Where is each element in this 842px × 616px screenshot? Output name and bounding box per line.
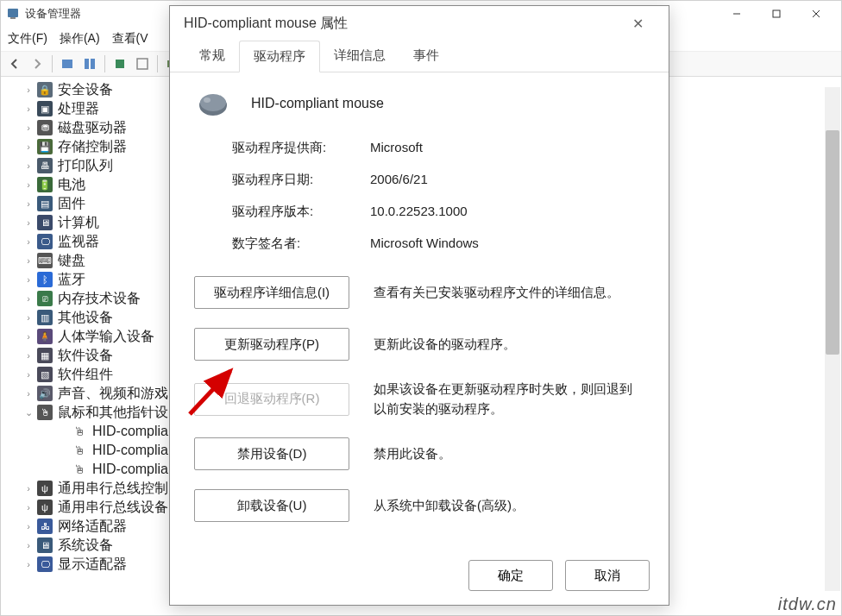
version-label: 驱动程序版本: bbox=[232, 204, 370, 220]
expand-icon[interactable]: › bbox=[23, 483, 34, 493]
category-icon: 🖵 bbox=[37, 234, 53, 249]
tree-item-label: 鼠标和其他指针设 bbox=[58, 404, 168, 422]
category-icon: ᛒ bbox=[37, 272, 53, 287]
app-icon bbox=[6, 7, 20, 21]
back-button[interactable] bbox=[4, 53, 25, 74]
maximize-button[interactable] bbox=[757, 1, 796, 27]
driver-details-button[interactable]: 驱动程序详细信息(I) bbox=[194, 276, 349, 309]
expand-icon[interactable]: › bbox=[23, 123, 34, 133]
expand-icon[interactable]: › bbox=[23, 160, 34, 171]
cancel-button[interactable]: 取消 bbox=[565, 560, 650, 591]
expand-icon[interactable]: › bbox=[23, 331, 34, 342]
expand-icon[interactable]: › bbox=[23, 312, 34, 323]
expand-icon[interactable]: › bbox=[23, 521, 34, 531]
expand-icon[interactable]: › bbox=[23, 198, 34, 209]
category-icon: ⛃ bbox=[37, 120, 53, 135]
category-icon: 🧍 bbox=[37, 329, 53, 344]
category-icon: 🖶 bbox=[37, 158, 53, 173]
expand-icon[interactable]: › bbox=[23, 559, 34, 569]
expand-icon[interactable]: › bbox=[23, 179, 34, 190]
svg-point-16 bbox=[204, 97, 210, 103]
dialog-title: HID-compliant mouse 属性 bbox=[184, 15, 620, 33]
expand-icon[interactable]: › bbox=[23, 369, 34, 380]
tree-item-label: 系统设备 bbox=[58, 537, 113, 555]
tree-item-label: HID-complian bbox=[92, 462, 176, 477]
expand-icon[interactable]: › bbox=[23, 350, 34, 361]
expand-icon[interactable]: ⌄ bbox=[23, 407, 34, 418]
tree-item-label: HID-complian bbox=[92, 443, 176, 458]
disable-device-desc: 禁用此设备。 bbox=[374, 444, 644, 464]
toolbar-icon-3[interactable] bbox=[110, 53, 130, 74]
tree-item-label: 显示适配器 bbox=[58, 556, 127, 574]
menu-file[interactable]: 文件(F) bbox=[8, 31, 47, 47]
category-icon: 🖱 bbox=[37, 405, 53, 420]
svg-rect-8 bbox=[91, 59, 95, 69]
dialog-titlebar: HID-compliant mouse 属性 ✕ bbox=[170, 6, 669, 41]
update-driver-desc: 更新此设备的驱动程序。 bbox=[374, 335, 644, 355]
tab-general[interactable]: 常规 bbox=[185, 41, 239, 72]
tree-item-label: 处理器 bbox=[58, 100, 99, 118]
mouse-icon bbox=[194, 88, 232, 119]
uninstall-device-button[interactable]: 卸载设备(U) bbox=[194, 489, 349, 522]
rollback-driver-desc: 如果该设备在更新驱动程序时失败，则回退到以前安装的驱动程序。 bbox=[374, 380, 644, 418]
forward-button[interactable] bbox=[27, 53, 47, 74]
date-label: 驱动程序日期: bbox=[232, 172, 370, 188]
update-driver-button[interactable]: 更新驱动程序(P) bbox=[194, 328, 349, 361]
expand-icon[interactable]: › bbox=[23, 141, 34, 152]
tree-item-label: 软件组件 bbox=[58, 366, 113, 384]
category-icon: ▥ bbox=[37, 310, 53, 325]
driver-details-desc: 查看有关已安装驱动程序文件的详细信息。 bbox=[374, 283, 644, 303]
expand-icon[interactable]: › bbox=[23, 540, 34, 550]
provider-value: Microsoft bbox=[370, 140, 644, 156]
tab-driver[interactable]: 驱动程序 bbox=[239, 41, 320, 72]
svg-rect-1 bbox=[10, 17, 16, 19]
category-icon: ▦ bbox=[37, 348, 53, 363]
expand-icon[interactable]: › bbox=[23, 255, 34, 266]
tree-item-label: 蓝牙 bbox=[58, 271, 85, 289]
toolbar-icon-4[interactable] bbox=[132, 53, 153, 74]
version-value: 10.0.22523.1000 bbox=[370, 204, 644, 220]
properties-dialog: HID-compliant mouse 属性 ✕ 常规 驱动程序 详细信息 事件… bbox=[169, 5, 669, 606]
svg-point-15 bbox=[200, 94, 226, 111]
toolbar-icon-2[interactable] bbox=[79, 53, 100, 74]
category-icon: 🔒 bbox=[37, 82, 53, 97]
category-icon: 🔋 bbox=[37, 177, 53, 192]
category-icon: ψ bbox=[37, 481, 53, 496]
menu-view[interactable]: 查看(V bbox=[112, 31, 148, 47]
category-icon: 🔊 bbox=[37, 386, 53, 401]
scrollbar-thumb[interactable] bbox=[826, 130, 839, 355]
uninstall-device-desc: 从系统中卸载设备(高级)。 bbox=[374, 496, 644, 516]
category-icon: ▧ bbox=[37, 367, 53, 382]
menu-action[interactable]: 操作(A) bbox=[60, 31, 100, 47]
tree-item-label: 网络适配器 bbox=[58, 518, 127, 536]
minimize-button[interactable] bbox=[717, 1, 757, 27]
scrollbar[interactable] bbox=[825, 87, 840, 591]
expand-icon[interactable]: › bbox=[23, 388, 34, 399]
tab-events[interactable]: 事件 bbox=[399, 41, 453, 72]
tree-item-label: 内存技术设备 bbox=[58, 290, 141, 308]
ok-button[interactable]: 确定 bbox=[468, 560, 553, 591]
expand-icon[interactable]: › bbox=[23, 217, 34, 228]
mouse-icon: 🖱 bbox=[72, 424, 87, 439]
signer-label: 数字签名者: bbox=[232, 236, 370, 252]
expand-icon[interactable]: › bbox=[23, 502, 34, 512]
dialog-close-button[interactable]: ✕ bbox=[620, 6, 655, 41]
svg-rect-7 bbox=[85, 59, 89, 69]
toolbar-icon-1[interactable] bbox=[57, 53, 78, 74]
expand-icon[interactable]: › bbox=[23, 274, 34, 285]
close-button[interactable] bbox=[796, 1, 836, 27]
category-icon: 🖵 bbox=[37, 556, 53, 572]
expand-icon[interactable]: › bbox=[23, 104, 34, 114]
tree-item-label: 监视器 bbox=[58, 233, 99, 251]
category-icon: 🖥 bbox=[37, 215, 53, 230]
tab-details[interactable]: 详细信息 bbox=[320, 41, 399, 72]
expand-icon[interactable]: › bbox=[23, 236, 34, 247]
disable-device-button[interactable]: 禁用设备(D) bbox=[194, 437, 349, 470]
expand-icon[interactable]: › bbox=[23, 85, 34, 95]
tree-item-label: 存储控制器 bbox=[58, 138, 127, 156]
svg-rect-0 bbox=[8, 9, 18, 17]
tree-item-label: 磁盘驱动器 bbox=[58, 119, 127, 137]
expand-icon[interactable]: › bbox=[23, 293, 34, 304]
tree-item-label: 软件设备 bbox=[58, 347, 113, 365]
mouse-icon: 🖱 bbox=[72, 462, 87, 477]
